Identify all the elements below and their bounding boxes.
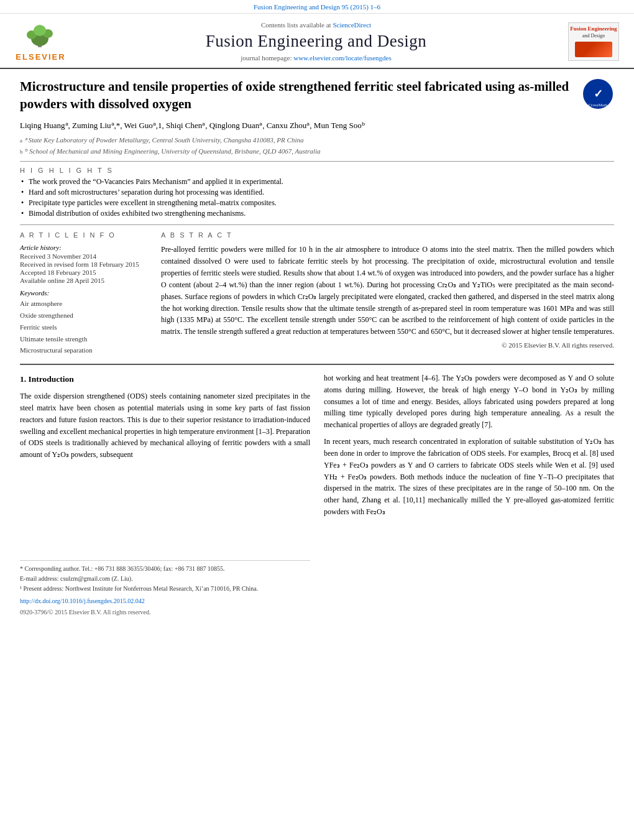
divider-2 (20, 224, 614, 225)
keywords-section: Keywords: Air atmosphere Oxide strengthe… (20, 289, 147, 356)
abstract-text: Pre-alloyed ferritic powders were milled… (161, 244, 614, 338)
authors-line: Liqing Huangᵃ, Zuming Liuᵃ,*, Wei Guoᵃ,1… (20, 119, 614, 132)
highlights-label: H I G H L I G H T S (20, 167, 614, 174)
affiliation-a: a ᵃ State Key Laboratory of Powder Metal… (20, 135, 614, 145)
footnote-section: * Corresponding author. Tel.: +86 731 88… (20, 560, 310, 593)
body-section: 1. Introduction The oxide dispersion str… (20, 372, 614, 617)
keyword-5: Microstructural separation (20, 344, 147, 356)
footnote-2: E-mail address: csulzm@gmail.com (Z. Liu… (20, 574, 310, 583)
affiliations: a ᵃ State Key Laboratory of Powder Metal… (20, 135, 614, 156)
body-col-right: hot working and heat treatment [4–6]. Th… (324, 372, 614, 617)
svg-text:✓: ✓ (594, 88, 603, 100)
article-info-col: A R T I C L E I N F O Article history: R… (20, 231, 147, 356)
highlight-item-3: •Precipitate type particles were excelle… (20, 198, 614, 208)
footnote-1: * Corresponding author. Tel.: +86 731 88… (20, 564, 310, 573)
crossmark-icon[interactable]: ✓ CrossMark (582, 78, 614, 110)
highlights-section: H I G H L I G H T S •The work proved the… (20, 167, 614, 218)
svg-point-4 (34, 25, 46, 36)
body-col-left: 1. Introduction The oxide dispersion str… (20, 372, 310, 617)
elsevier-logo: ELSEVIER (11, 21, 70, 62)
accepted-date: Accepted 18 February 2015 (20, 269, 147, 276)
main-content: Microstructure and tensile properties of… (0, 69, 634, 628)
footnote-3: ¹ Present address: Northwest Institute f… (20, 584, 310, 593)
divider-1 (20, 161, 614, 162)
homepage-url[interactable]: www.elsevier.com/locate/fusengdes (293, 54, 392, 62)
keyword-2: Oxide strengthened (20, 310, 147, 321)
intro-p3: In recent years, much research concentra… (324, 436, 614, 518)
science-direct-link[interactable]: ScienceDirect (333, 21, 371, 29)
intro-p2: hot working and heat treatment [4–6]. Th… (324, 372, 614, 431)
keyword-3: Ferritic steels (20, 321, 147, 333)
article-info-abstract: A R T I C L E I N F O Article history: R… (20, 231, 614, 356)
journal-title-main: Fusion Engineering and Design (70, 32, 562, 51)
homepage-line: journal homepage: www.elsevier.com/locat… (70, 54, 562, 62)
top-bar: Fusion Engineering and Design 95 (2015) … (0, 0, 634, 14)
article-title-section: Microstructure and tensile properties of… (20, 78, 614, 113)
available-date: Available online 28 April 2015 (20, 277, 147, 284)
top-bar-text: Fusion Engineering and Design 95 (2015) … (254, 3, 380, 11)
divider-3 (20, 364, 614, 365)
received-date: Received 3 November 2014 (20, 252, 147, 260)
article-history: Article history: Received 3 November 201… (20, 244, 147, 284)
svg-text:CrossMark: CrossMark (588, 103, 608, 108)
doi-line[interactable]: http://dx.doi.org/10.1016/j.fusengdes.20… (20, 596, 310, 606)
elsevier-wordmark: ELSEVIER (11, 52, 70, 62)
two-col-body: 1. Introduction The oxide dispersion str… (20, 372, 614, 617)
journal-center: Contents lists available at ScienceDirec… (70, 21, 562, 62)
keyword-4: Ultimate tensile strength (20, 333, 147, 345)
intro-p1: The oxide dispersion strengthened (ODS) … (20, 390, 310, 461)
journal-logo-right: Fusion Engineering and Design (568, 22, 619, 61)
history-title: Article history: (20, 244, 147, 251)
highlight-item-1: •The work proved the “O-Vacancies Pairs … (20, 177, 614, 187)
copyright-line: © 2015 Elsevier B.V. All rights reserved… (161, 341, 614, 349)
section-1-heading: 1. Introduction (20, 372, 310, 385)
keyword-1: Air atmosphere (20, 298, 147, 310)
highlights-list: •The work proved the “O-Vacancies Pairs … (20, 177, 614, 218)
abstract-col: A B S T R A C T Pre-alloyed ferritic pow… (161, 231, 614, 356)
contents-text: Contents lists available at (261, 21, 331, 29)
received-revised-date: Received in revised form 18 February 201… (20, 261, 147, 268)
elsevier-tree-icon (19, 21, 63, 49)
issn-line: 0920-3796/© 2015 Elsevier B.V. All right… (20, 607, 310, 617)
homepage-text: journal homepage: (241, 54, 292, 62)
abstract-label: A B S T R A C T (161, 231, 614, 239)
highlight-item-4: •Bimodal distribution of oxides exhibite… (20, 209, 614, 218)
affiliation-b: b ᵇ School of Mechanical and Mining Engi… (20, 146, 614, 157)
article-title: Microstructure and tensile properties of… (20, 78, 573, 113)
highlight-item-2: •Hard and soft microstructures’ separati… (20, 188, 614, 197)
journal-header: ELSEVIER Contents lists available at Sci… (0, 14, 634, 69)
article-info-label: A R T I C L E I N F O (20, 231, 147, 239)
keywords-title: Keywords: (20, 289, 147, 297)
contents-available: Contents lists available at ScienceDirec… (70, 21, 562, 29)
